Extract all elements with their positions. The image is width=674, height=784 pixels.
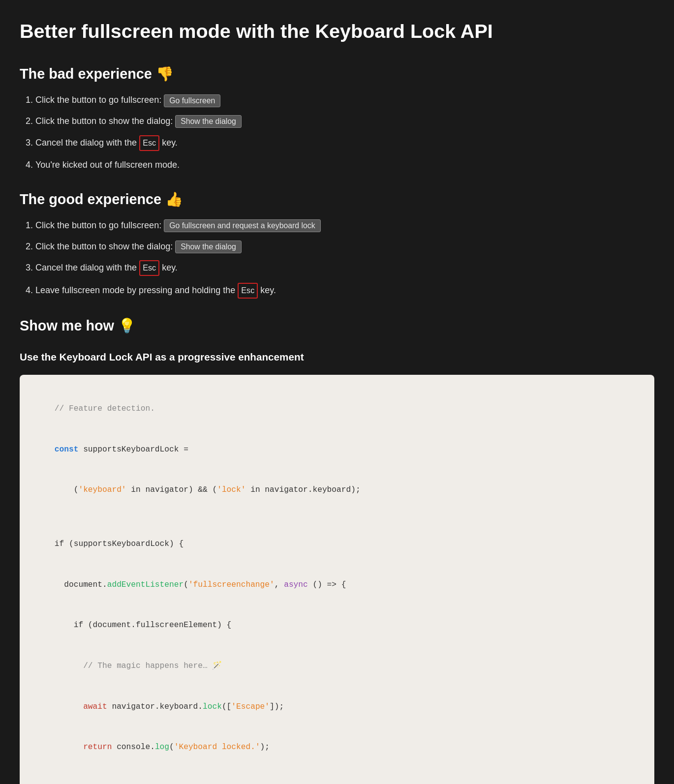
bad-step-1: Click the button to go fullscreen: Go fu… — [35, 93, 654, 107]
bad-step-3: Cancel the dialog with the Esc key. — [35, 135, 654, 151]
good-step-2: Click the button to show the dialog: Sho… — [35, 240, 654, 254]
good-step-2-text: Click the button to show the dialog: — [35, 241, 173, 251]
code-line-8: await navigator.keyboard.lock(['Escape']… — [35, 687, 639, 727]
good-experience-list: Click the button to go fullscreen: Go fu… — [20, 218, 654, 299]
esc-key-good-3: Esc — [139, 260, 159, 276]
good-experience-heading: The good experience 👍 — [20, 188, 654, 211]
show-dialog-bad-button[interactable]: Show the dialog — [175, 115, 242, 128]
bad-step-2: Click the button to show the dialog: Sho… — [35, 114, 654, 128]
code-line-3: ('keyboard' in navigator) && ('lock' in … — [35, 470, 639, 511]
good-step-3: Cancel the dialog with the Esc key. — [35, 260, 654, 276]
code-line-4: if (supportsKeyboardLock) { — [35, 524, 639, 565]
bad-step-3-text-before: Cancel the dialog with the — [35, 138, 137, 148]
good-step-1: Click the button to go fullscreen: Go fu… — [35, 218, 654, 233]
code-line-9: return console.log('Keyboard locked.'); — [35, 727, 639, 768]
esc-key-good-4: Esc — [238, 283, 258, 299]
bad-step-4: You're kicked out of fullscreen mode. — [35, 158, 654, 172]
good-step-4-text-before: Leave fullscreen mode by pressing and ho… — [35, 285, 235, 295]
esc-key-bad: Esc — [139, 135, 159, 151]
go-fullscreen-good-button[interactable]: Go fullscreen and request a keyboard loc… — [164, 219, 321, 232]
go-fullscreen-bad-button[interactable]: Go fullscreen — [164, 94, 220, 107]
good-step-3-text-after: key. — [162, 263, 178, 272]
code-line-2: const supportsKeyboardLock = — [35, 429, 639, 470]
bad-step-4-text: You're kicked out of fullscreen mode. — [35, 160, 180, 170]
bad-step-3-text-after: key. — [162, 138, 178, 148]
code-line-7: // The magic happens here… 🪄 — [35, 646, 639, 687]
bad-step-2-text: Click the button to show the dialog: — [35, 116, 173, 126]
code-line-blank1 — [35, 511, 639, 524]
show-dialog-good-button[interactable]: Show the dialog — [175, 241, 242, 253]
code-line-5: document.addEventListener('fullscreencha… — [35, 565, 639, 605]
code-line-1: // Feature detection. — [35, 389, 639, 429]
code-block: // Feature detection. const supportsKeyb… — [20, 375, 654, 784]
showme-heading: Show me how 💡 — [20, 314, 654, 337]
bad-experience-heading: The bad experience 👎 — [20, 62, 654, 85]
howto-emoji: 💡 — [118, 318, 136, 333]
code-line-10: } — [35, 768, 639, 784]
good-step-3-text-before: Cancel the dialog with the — [35, 263, 137, 272]
good-emoji: 👍 — [165, 191, 183, 207]
page-title: Better fullscreen mode with the Keyboard… — [20, 16, 654, 47]
good-step-4: Leave fullscreen mode by pressing and ho… — [35, 283, 654, 299]
bad-emoji: 👎 — [156, 66, 174, 82]
code-line-6: if (document.fullscreenElement) { — [35, 605, 639, 646]
good-step-4-text-after: key. — [260, 285, 276, 295]
good-step-1-text: Click the button to go fullscreen: — [35, 220, 161, 230]
bad-step-1-text: Click the button to go fullscreen: — [35, 95, 161, 105]
bad-experience-list: Click the button to go fullscreen: Go fu… — [20, 93, 654, 172]
progressive-enhancement-heading: Use the Keyboard Lock API as a progressi… — [20, 349, 654, 365]
